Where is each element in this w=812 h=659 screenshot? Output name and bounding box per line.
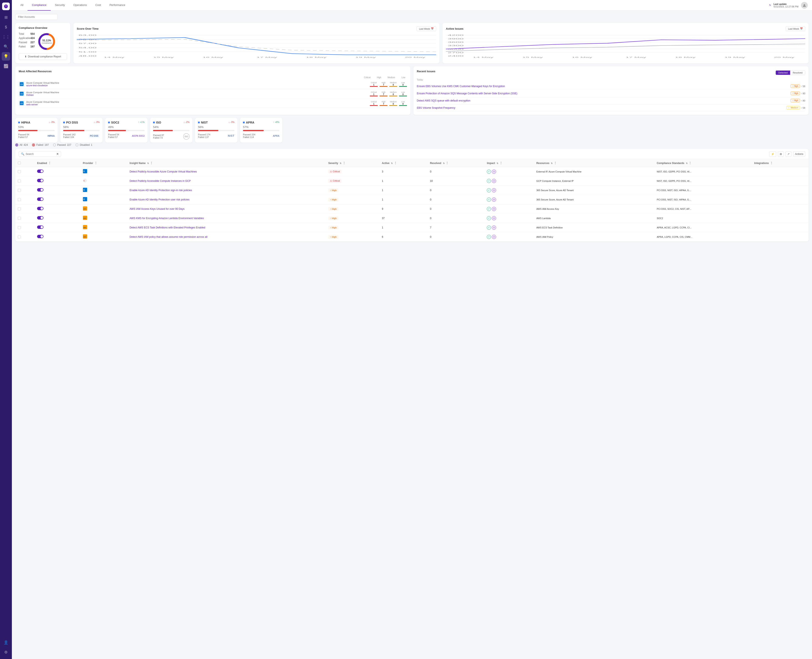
impact-sort-icon[interactable]: ⇅ [496, 162, 498, 164]
th-impact[interactable]: Impact ⇅ ⋮ [484, 159, 534, 167]
tab-performance[interactable]: Performance [105, 0, 130, 11]
select-all-checkbox[interactable] [18, 161, 21, 164]
filter-tab-passed[interactable]: Passed 227 [53, 143, 71, 147]
row3-impact-purple-icon[interactable]: ⊙ [492, 188, 496, 192]
row5-toggle[interactable] [37, 207, 43, 210]
resolved-btn[interactable]: Resolved [790, 71, 805, 75]
row4-toggle[interactable] [37, 197, 43, 201]
clear-search-icon[interactable]: ✕ [56, 152, 59, 156]
row7-impact-purple-icon[interactable]: ⊙ [492, 225, 496, 230]
resources-col-menu-icon[interactable]: ⋮ [554, 161, 557, 165]
filter-tab-disabled[interactable]: Disabled 1 [76, 143, 92, 147]
tab-cost[interactable]: Cost [91, 0, 105, 11]
row5-insight-link[interactable]: AWS IAM Access Keys Unused for over 90 D… [130, 207, 185, 210]
row7-checkbox[interactable] [18, 226, 21, 229]
sidebar-item-search[interactable]: 🔍 [2, 43, 10, 51]
resolved-sort-icon[interactable]: ⇅ [443, 162, 445, 164]
row6-toggle[interactable] [37, 216, 43, 219]
active-sort-icon[interactable]: ⇅ [391, 162, 393, 164]
th-severity[interactable]: Severity ⇅ ⋮ [325, 159, 379, 167]
search-box[interactable]: 🔍 ✕ [19, 151, 61, 157]
row8-checkbox[interactable] [18, 235, 21, 238]
view-btn[interactable]: ⊞ [778, 151, 784, 157]
row8-toggle[interactable] [37, 235, 43, 238]
impact-col-menu-icon[interactable]: ⋮ [499, 161, 502, 165]
row8-impact-purple-icon[interactable]: ⊙ [492, 235, 496, 239]
th-integrations[interactable]: Integrations ⋮ [752, 159, 809, 167]
th-standards[interactable]: Compliance Standards ⇅ ⋮ [654, 159, 752, 167]
row4-insight-link[interactable]: Enable Azure AD Identity Protection user… [130, 198, 189, 201]
row3-toggle[interactable] [37, 188, 43, 192]
row5-checkbox[interactable] [18, 207, 21, 210]
row7-toggle[interactable] [37, 225, 43, 229]
score-last-week-btn[interactable]: Last Week 📅 [417, 26, 436, 31]
row8-insight-link[interactable]: Detect AWS IAM policy that allows assume… [130, 235, 207, 238]
row4-checkbox[interactable] [18, 198, 21, 201]
row6-impact-purple-icon[interactable]: ⊙ [492, 216, 496, 221]
row5-impact-purple-icon[interactable]: ⊙ [492, 207, 496, 211]
row1-insight-link[interactable]: Detect Publicly Accessible Azure Compute… [130, 170, 197, 173]
row2-insight-link[interactable]: Detect Publicly Accessible Compute Insta… [130, 180, 191, 183]
row8-impact-green-icon[interactable]: ✓ [487, 235, 491, 239]
row4-impact-green-icon[interactable]: ✓ [487, 197, 491, 202]
issue-link-4[interactable]: EBS Volume Snapshot Frequency [417, 106, 785, 109]
row3-insight-link[interactable]: Enable Azure AD Identity Protection sign… [130, 189, 192, 192]
tab-security[interactable]: Security [51, 0, 69, 11]
issue-link-3[interactable]: Detect AWS SQS queue with default encryp… [417, 99, 789, 102]
th-enabled[interactable]: Enabled ⋮ [35, 159, 81, 167]
sidebar-item-analytics[interactable]: 📈 [2, 62, 10, 70]
row2-checkbox[interactable] [18, 180, 21, 183]
standards-col-menu-icon[interactable]: ⋮ [689, 161, 692, 165]
resource-link-1[interactable]: azure-test-cloudwize [26, 84, 368, 87]
sidebar-item-settings[interactable]: ⚙ [2, 648, 10, 656]
provider-col-menu-icon[interactable]: ⋮ [94, 161, 97, 165]
th-resolved[interactable]: Resolved ⇅ ⋮ [427, 159, 485, 167]
filter-tab-all[interactable]: All 424 [15, 143, 28, 147]
detected-btn[interactable]: Detected [776, 71, 790, 75]
sidebar-item-user[interactable]: 👤 [2, 638, 10, 647]
row3-impact-green-icon[interactable]: ✓ [487, 188, 491, 192]
th-resources[interactable]: Resources ⇅ ⋮ [534, 159, 654, 167]
row2-impact-green-icon[interactable]: ✓ [487, 179, 491, 183]
resource-link-2[interactable]: Debian [26, 94, 368, 96]
tab-operations[interactable]: Operations [69, 0, 91, 11]
tab-compliance[interactable]: Compliance [28, 0, 51, 11]
issue-link-1[interactable]: Ensure EBS Volumes Use KMS CMK Customer-… [417, 85, 789, 88]
th-provider[interactable]: Provider ⋮ [81, 159, 127, 167]
standards-sort-icon[interactable]: ⇅ [686, 162, 687, 164]
sidebar-item-billing[interactable]: $ [2, 23, 10, 32]
user-avatar[interactable] [801, 2, 808, 9]
enabled-col-menu-icon[interactable]: ⋮ [48, 161, 51, 165]
download-compliance-report-button[interactable]: ⬇ Download compliance Report [19, 53, 67, 60]
filter-btn[interactable]: ⚡ [769, 151, 776, 157]
insight-sort-icon[interactable]: ⇅ [147, 162, 149, 164]
row1-checkbox[interactable] [18, 170, 21, 173]
tab-all[interactable]: All [16, 0, 28, 11]
refresh-icon[interactable]: ↻ [769, 4, 771, 6]
row7-impact-green-icon[interactable]: ✓ [487, 225, 491, 230]
th-insight-name[interactable]: Insight Name ⇅ ⋮ [127, 159, 325, 167]
resource-link-3[interactable]: web-server [26, 103, 368, 106]
actions-btn[interactable]: Actions [793, 151, 805, 157]
severity-sort-icon[interactable]: ⇅ [340, 162, 341, 164]
search-input[interactable] [26, 153, 55, 156]
resolved-col-menu-icon[interactable]: ⋮ [445, 161, 449, 165]
row5-impact-green-icon[interactable]: ✓ [487, 207, 491, 211]
filter-tab-failed[interactable]: Failed 197 [32, 143, 49, 147]
th-active[interactable]: Active ⇅ ⋮ [379, 159, 427, 167]
row4-impact-purple-icon[interactable]: ⊙ [492, 197, 496, 202]
row6-impact-green-icon[interactable]: ✓ [487, 216, 491, 221]
row1-impact-green-icon[interactable]: ✓ [487, 170, 491, 174]
sidebar-item-grid[interactable]: ⋮⋮ [2, 33, 10, 41]
active-issues-last-week-btn[interactable]: Last Week 📅 [786, 26, 805, 31]
insight-col-menu-icon[interactable]: ⋮ [150, 161, 153, 165]
row1-toggle[interactable] [37, 170, 43, 173]
sidebar-item-insights[interactable]: 💡 [2, 52, 10, 61]
integrations-col-menu-icon[interactable]: ⋮ [770, 161, 773, 165]
severity-col-menu-icon[interactable]: ⋮ [343, 161, 346, 165]
row3-checkbox[interactable] [18, 189, 21, 192]
active-col-menu-icon[interactable]: ⋮ [394, 161, 397, 165]
resources-sort-icon[interactable]: ⇅ [551, 162, 553, 164]
row2-impact-purple-icon[interactable]: ⊙ [492, 179, 496, 183]
issue-link-2[interactable]: Ensure Protection of Amazon SQS Message … [417, 92, 789, 95]
